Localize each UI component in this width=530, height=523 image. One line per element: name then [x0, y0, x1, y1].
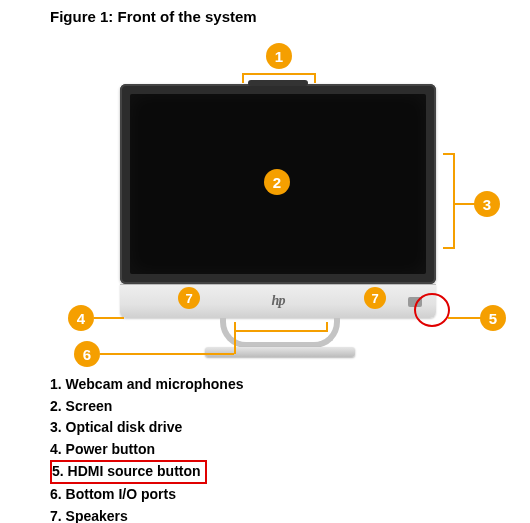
callout-7-right: 7 — [364, 287, 386, 309]
callout-6-leader-h — [100, 353, 234, 355]
callout-2: 2 — [264, 169, 290, 195]
aio-pc-illustration: hp — [120, 84, 436, 318]
callout-4: 4 — [68, 305, 94, 331]
hdmi-button-highlight-circle — [414, 293, 450, 327]
system-front-diagram: 1 2 3 4 5 6 7 7 hp — [50, 29, 510, 374]
callout-3: 3 — [474, 191, 500, 217]
callout-3-bracket — [443, 153, 455, 249]
legend-item-4: 4. Power button — [50, 439, 530, 461]
callout-6-leader-v — [234, 332, 236, 354]
callout-4-leader — [94, 317, 124, 319]
callout-7-left: 7 — [178, 287, 200, 309]
callout-6: 6 — [74, 341, 100, 367]
legend-item-6: 6. Bottom I/O ports — [50, 484, 530, 506]
monitor-chin: hp — [120, 284, 436, 318]
legend-item-5: 5. HDMI source button — [50, 460, 207, 484]
callout-1: 1 — [266, 43, 292, 69]
legend-list: 1. Webcam and microphones 2. Screen 3. O… — [50, 374, 530, 523]
hp-logo: hp — [272, 293, 285, 309]
callout-1-bracket — [242, 73, 316, 83]
figure-title: Figure 1: Front of the system — [50, 8, 530, 25]
callout-5-leader — [448, 317, 482, 319]
legend-item-2: 2. Screen — [50, 396, 530, 418]
legend-item-1: 1. Webcam and microphones — [50, 374, 530, 396]
legend-item-7: 7. Speakers — [50, 506, 530, 523]
callout-5: 5 — [480, 305, 506, 331]
callout-6-bracket — [234, 322, 328, 332]
callout-3-leader — [455, 203, 475, 205]
legend-item-3: 3. Optical disk drive — [50, 417, 530, 439]
stand-base — [205, 347, 355, 357]
